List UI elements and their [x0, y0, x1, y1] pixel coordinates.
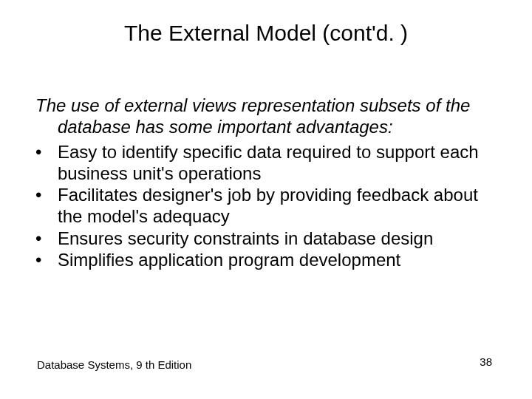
- bullet-list: • Easy to identify specific data require…: [35, 141, 497, 271]
- bullet-text: Ensures security constraints in database…: [58, 228, 433, 248]
- bullet-text: Simplifies application program developme…: [58, 250, 400, 270]
- list-item: • Ensures security constraints in databa…: [35, 228, 497, 249]
- bullet-text: Easy to identify specific data required …: [58, 142, 479, 183]
- slide-body: The use of external views representation…: [35, 95, 497, 270]
- bullet-icon: •: [35, 141, 58, 163]
- slide-title: The External Model (cont'd. ): [0, 21, 532, 46]
- bullet-icon: •: [35, 184, 58, 205]
- list-item: • Simplifies application program develop…: [35, 249, 497, 270]
- intro-text: The use of external views representation…: [35, 95, 497, 138]
- page-number: 38: [480, 355, 492, 368]
- list-item: • Facilitates designer's job by providin…: [35, 184, 497, 228]
- footer-source: Database Systems, 9 th Edition: [37, 358, 191, 371]
- bullet-text: Facilitates designer's job by providing …: [58, 185, 478, 226]
- bullet-icon: •: [35, 228, 58, 249]
- list-item: • Easy to identify specific data require…: [35, 141, 497, 185]
- slide: The External Model (cont'd. ) The use of…: [0, 0, 532, 399]
- bullet-icon: •: [35, 249, 58, 270]
